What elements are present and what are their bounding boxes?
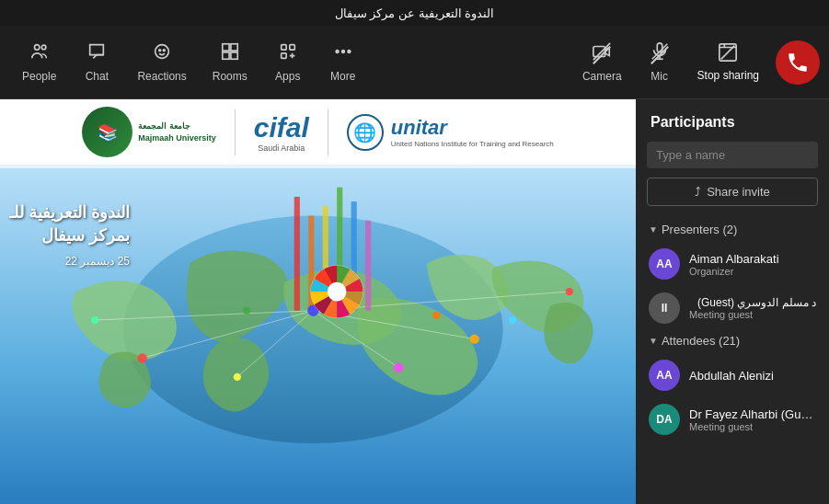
unitar-logo: unitar [391,116,447,139]
camera-button[interactable]: Camera [571,34,633,90]
svg-point-1 [41,45,46,50]
apps-label: Apps [275,70,300,83]
attendee-item-2[interactable]: DA Dr Fayez Alharbi (Guest) Meeting gues… [636,397,829,441]
panel-title: Participants [636,99,829,142]
attendee-role-2: Meeting guest [689,421,816,432]
majmaah-english: Majmaah University [138,132,216,144]
svg-point-4 [163,50,165,52]
reactions-label: Reactions [137,70,186,83]
presenters-arrow: ▼ [649,224,658,235]
toolbar: People Chat Reactions Rooms Apps [0,26,829,99]
stop-sharing-button[interactable]: Stop sharing [686,35,770,89]
svg-rect-31 [294,197,300,311]
avatar-dousari: II [649,292,680,324]
avatar-initials-2: II [662,302,668,315]
main-content: 📚 جامعة المجمعة Majmaah University cifal… [0,99,829,504]
arabic-text-overlay: الندوة التعريفية للـ بمركز سيفال 25 ديسم… [0,201,139,268]
majmaah-emblem: 📚 [82,107,132,157]
presentation-bg: 📚 جامعة المجمعة Majmaah University cifal… [0,99,636,504]
share-invite-label: Share invite [707,185,770,199]
camera-off-icon [592,41,612,66]
svg-point-45 [432,312,440,319]
search-placeholder: Type a name [656,148,725,162]
toolbar-rooms[interactable]: Rooms [200,34,260,90]
cifal-text: cifal [254,112,309,143]
toolbar-reactions[interactable]: Reactions [124,34,199,90]
unitar-sub-text: United Nations Institute for Training an… [391,140,554,148]
attendee-name-1: Abdullah Alenizi [689,369,816,383]
presenter-info-2: د مسلم الدوسري (Guest) Meeting guest [689,296,816,320]
mic-label: Mic [651,70,668,83]
avatar-alharbi: DA [649,404,680,435]
people-label: People [22,70,56,83]
svg-point-43 [394,362,403,372]
video-area: 📚 جامعة المجمعة Majmaah University cifal… [0,99,636,504]
apps-icon [278,41,298,66]
participants-scroll[interactable]: ▼ Presenters (2) AA Aiman Albarakati Org… [636,219,829,504]
toolbar-more[interactable]: More [316,34,371,90]
chat-label: Chat [86,70,109,83]
svg-rect-6 [231,44,237,51]
attendee-item-1[interactable]: AA Abdullah Alenizi [636,353,829,397]
reactions-icon [152,41,172,66]
top-bar: الندوة التعريفية عن مركز سيفال [0,0,829,26]
svg-point-40 [470,335,479,344]
arabic-line2: بمركز سيفال [9,224,130,247]
presenter-name-2: د مسلم الدوسري (Guest) [689,296,816,309]
stop-sharing-label: Stop sharing [697,69,759,82]
meeting-title: الندوة التعريفية عن مركز سيفال [335,6,494,20]
participants-panel: Participants Type a name ⤴ Share invite … [636,99,829,504]
logo-cifal-group: cifal Saudi Arabia [254,112,309,153]
attendee-name-2: Dr Fayez Alharbi (Guest) [689,407,816,421]
cifal-logo-text: cifal [254,112,309,143]
stop-sharing-icon [718,42,738,65]
share-invite-button[interactable]: ⤴ Share invite [647,178,818,206]
presenter-role-1: Organizer [689,266,816,277]
people-icon [29,41,50,66]
logo-majmaah: 📚 جامعة المجمعة Majmaah University [82,107,216,157]
svg-rect-5 [223,44,229,51]
avatar-initials-1: AA [656,258,672,270]
logo-unitar-group: 🌐 unitar United Nations Institute for Tr… [347,114,554,151]
svg-rect-15 [593,47,605,57]
presentation-header: 📚 جامعة المجمعة Majmaah University cifal… [0,99,636,165]
attendees-section-header[interactable]: ▼ Attendees (21) [636,330,829,353]
mic-button[interactable]: Mic [639,34,681,90]
attendees-section-label: Attendees (21) [662,334,740,348]
svg-rect-8 [231,52,237,59]
un-circle-icon: 🌐 [347,114,384,151]
toolbar-chat[interactable]: Chat [69,34,124,90]
presentation-body: الندوة التعريفية للـ بمركز سيفال 25 ديسم… [0,165,636,504]
toolbar-nav: People Chat Reactions Rooms Apps [9,34,371,90]
svg-rect-10 [290,45,295,51]
svg-point-12 [336,51,339,53]
toolbar-people[interactable]: People [9,34,69,90]
svg-point-42 [91,316,98,324]
svg-point-13 [341,51,344,53]
svg-point-14 [348,51,351,53]
toolbar-apps[interactable]: Apps [260,34,316,90]
svg-point-44 [234,373,241,381]
presenters-section-header[interactable]: ▼ Presenters (2) [636,219,829,242]
end-call-button[interactable] [776,40,820,85]
avatar-initials-4: DA [656,413,672,426]
logo-divider-2 [328,109,328,155]
presenter-role-2: Meeting guest [689,309,816,320]
arabic-line1: الندوة التعريفية للـ [9,201,130,224]
avatar-initials-3: AA [656,369,672,382]
arabic-title: الندوة التعريفية للـ بمركز سيفال [9,201,130,247]
svg-rect-36 [365,221,371,311]
svg-point-38 [243,307,250,315]
rooms-label: Rooms [213,70,248,83]
camera-label: Camera [582,70,622,83]
presenter-item-1[interactable]: AA Aiman Albarakati Organizer [636,242,829,286]
svg-point-0 [34,45,40,51]
rooms-icon [220,41,240,66]
presenter-item-2[interactable]: II د مسلم الدوسري (Guest) Meeting guest [636,286,829,330]
attendee-info-2: Dr Fayez Alharbi (Guest) Meeting guest [689,407,816,432]
svg-rect-9 [281,45,286,51]
chat-icon [86,41,107,66]
presenter-info-1: Aiman Albarakati Organizer [689,252,816,277]
search-participants[interactable]: Type a name [647,142,818,168]
attendee-info-1: Abdullah Alenizi [689,369,816,383]
